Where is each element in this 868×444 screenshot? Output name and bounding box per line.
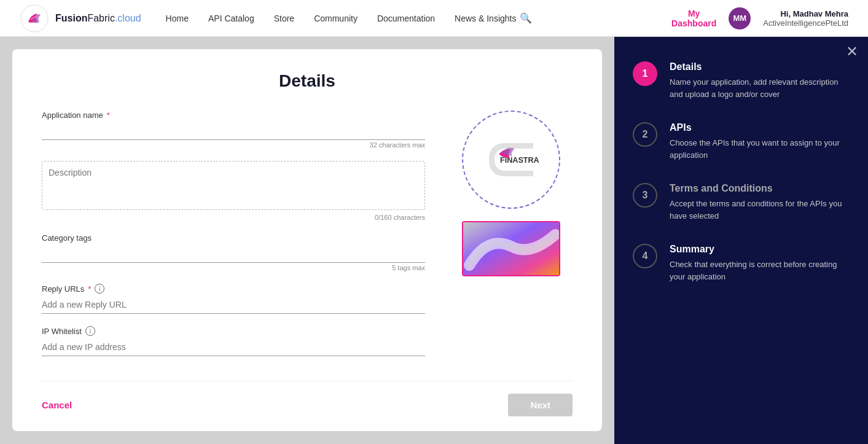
step-4-circle[interactable]: 4	[633, 244, 657, 268]
reply-urls-required: *	[88, 284, 91, 294]
ip-whitelist-input[interactable]	[42, 338, 425, 356]
header: FusionFabric.cloud Home API Catalog Stor…	[0, 0, 868, 37]
category-tags-label: Category tags	[42, 233, 425, 243]
cover-upload-area[interactable]	[462, 221, 560, 276]
nav-documentation[interactable]: Documentation	[377, 14, 435, 23]
cover-gradient	[463, 222, 559, 275]
application-name-label-text: Application name	[42, 111, 103, 120]
cancel-button[interactable]: Cancel	[42, 400, 72, 410]
cover-preview-image	[463, 222, 560, 276]
next-button[interactable]: Next	[508, 394, 573, 416]
step-1-item: 1 Details Name your application, add rel…	[633, 61, 843, 100]
step-2-content: APIs Choose the APIs that you want to as…	[670, 122, 843, 161]
application-name-label: Application name *	[42, 111, 425, 120]
logo-fabric-text: Fabric	[87, 13, 114, 23]
step-3-circle[interactable]: 3	[633, 183, 657, 208]
step-4-content: Summary Check that everything is correct…	[670, 244, 843, 282]
nav-news-insights-label: News & Insights	[455, 14, 516, 23]
form-left: Application name * 32 characters max 0/1…	[42, 111, 425, 368]
close-button[interactable]: ✕	[846, 43, 858, 60]
category-tags-hint: 5 tags max	[42, 264, 425, 271]
nav-store[interactable]: Store	[274, 14, 294, 23]
reply-urls-label: Reply URLs * i	[42, 284, 425, 294]
form-card: Details Application name * 32 characters…	[12, 49, 602, 431]
step-2-title: APIs	[670, 122, 843, 133]
description-hint: 0/160 characters	[42, 214, 425, 221]
category-tags-group: Category tags 5 tags max	[42, 233, 425, 271]
user-info: Hi, Madhav Mehra ActiveIntelligencePteLt…	[763, 9, 848, 28]
reply-urls-input[interactable]	[42, 296, 425, 314]
step-1-circle[interactable]: 1	[633, 61, 657, 86]
nav-api-catalog[interactable]: API Catalog	[208, 14, 254, 23]
step-4-desc: Check that everything is correct before …	[670, 259, 843, 282]
step-3-item: 3 Terms and Conditions Accept the terms …	[633, 183, 843, 222]
step-3-title: Terms and Conditions	[670, 183, 843, 194]
step-1-content: Details Name your application, add relev…	[670, 61, 843, 100]
main-nav: Home API Catalog Store Community Documen…	[166, 12, 672, 24]
step-1-number: 1	[643, 68, 648, 79]
avatar[interactable]: MM	[729, 7, 751, 29]
nav-community[interactable]: Community	[314, 14, 358, 23]
nav-home[interactable]: Home	[166, 14, 189, 23]
form-right: FINASTRA	[450, 111, 573, 368]
user-name: Hi, Madhav Mehra	[763, 9, 848, 18]
logo-fusion-text: Fusion	[55, 13, 87, 23]
form-footer: Cancel Next	[42, 381, 573, 416]
header-right: My Dashboard MM Hi, Madhav Mehra ActiveI…	[671, 7, 848, 29]
application-name-input[interactable]	[42, 122, 425, 140]
finastra-wordmark: FusionFabric.cloud	[55, 13, 141, 24]
category-tags-input[interactable]	[42, 245, 425, 263]
description-input[interactable]	[42, 161, 425, 210]
form-container: Details Application name * 32 characters…	[0, 37, 614, 444]
logo-upload-area[interactable]: FINASTRA	[462, 111, 560, 209]
nav-news-insights[interactable]: News & Insights 🔍	[455, 12, 532, 24]
form-body: Application name * 32 characters max 0/1…	[42, 111, 573, 368]
ip-whitelist-info-icon[interactable]: i	[85, 326, 95, 336]
main-layout: Details Application name * 32 characters…	[0, 37, 868, 444]
description-group: 0/160 characters	[42, 161, 425, 221]
step-3-content: Terms and Conditions Accept the terms an…	[670, 183, 843, 222]
step-4-title: Summary	[670, 244, 843, 255]
ip-whitelist-label: IP Whitelist i	[42, 326, 425, 336]
application-name-group: Application name * 32 characters max	[42, 111, 425, 149]
finastra-logo-icon	[20, 4, 49, 33]
application-name-hint: 32 characters max	[42, 141, 425, 149]
sidebar-steps: 1 Details Name your application, add rel…	[614, 37, 868, 307]
application-name-required: *	[107, 111, 110, 120]
step-2-desc: Choose the APIs that you want to assign …	[670, 137, 843, 161]
user-org: ActiveIntelligencePteLtd	[763, 18, 848, 28]
reply-urls-group: Reply URLs * i	[42, 284, 425, 314]
step-1-title: Details	[670, 61, 843, 72]
sidebar: ✕ 1 Details Name your application, add r…	[614, 37, 868, 444]
step-4-number: 4	[643, 251, 648, 262]
logo-area[interactable]: FusionFabric.cloud	[20, 4, 141, 33]
step-2-item: 2 APIs Choose the APIs that you want to …	[633, 122, 843, 161]
form-title: Details	[42, 71, 573, 91]
ip-whitelist-group: IP Whitelist i	[42, 326, 425, 356]
step-2-number: 2	[643, 129, 648, 140]
category-tags-label-text: Category tags	[42, 233, 92, 243]
logo-preview-image: FINASTRA	[471, 132, 551, 187]
my-dashboard-link[interactable]: My Dashboard	[671, 9, 716, 28]
logo-cloud-text: .cloud	[115, 13, 141, 23]
reply-urls-info-icon[interactable]: i	[95, 284, 104, 294]
reply-urls-label-text: Reply URLs	[42, 284, 84, 294]
step-1-desc: Name your application, add relevant desc…	[670, 76, 843, 100]
search-icon[interactable]: 🔍	[520, 12, 532, 24]
step-3-desc: Accept the terms and conditions for the …	[670, 198, 843, 222]
step-4-item: 4 Summary Check that everything is corre…	[633, 244, 843, 282]
ip-whitelist-label-text: IP Whitelist	[42, 327, 82, 336]
step-3-number: 3	[643, 190, 648, 201]
step-2-circle[interactable]: 2	[633, 122, 657, 147]
